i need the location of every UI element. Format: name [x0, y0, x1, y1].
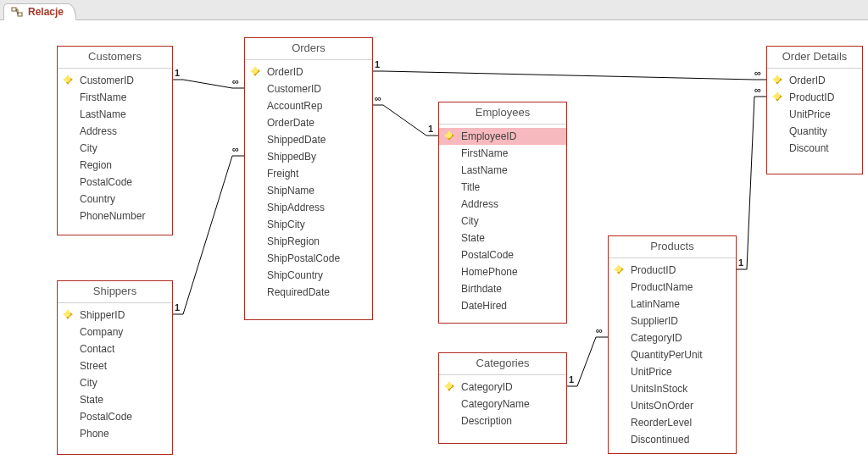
field[interactable]: ShipAddress [245, 199, 372, 216]
field[interactable]: Quantity [767, 123, 862, 140]
field[interactable]: ShipRegion [245, 233, 372, 250]
field[interactable]: Address [439, 196, 566, 213]
field[interactable]: UnitPrice [767, 106, 862, 123]
field[interactable]: Street [58, 357, 172, 374]
svg-rect-1 [18, 13, 22, 16]
field[interactable]: ShippedDate [245, 131, 372, 148]
field[interactable]: CategoryID [609, 329, 736, 346]
field[interactable]: PostalCode [58, 174, 172, 191]
relationships-icon [11, 6, 23, 18]
field[interactable]: AccountRep [245, 97, 372, 114]
tab-relationships[interactable]: Relacje [3, 3, 76, 20]
field[interactable]: PostalCode [439, 246, 566, 263]
field[interactable]: DateHired [439, 297, 566, 314]
field[interactable]: State [439, 230, 566, 246]
field-list: ProductIDProductNameLatinNameSupplierIDC… [609, 258, 736, 453]
field[interactable]: Title [439, 179, 566, 196]
field[interactable]: SupplierID [609, 313, 736, 329]
field-pk[interactable]: OrderID [245, 64, 372, 80]
field[interactable]: FirstName [58, 89, 172, 106]
field[interactable]: UnitsInStock [609, 380, 736, 397]
cardinality-label: 1 [175, 302, 180, 313]
field[interactable]: ReorderLevel [609, 414, 736, 431]
field[interactable]: Contact [58, 340, 172, 357]
field-pk[interactable]: CustomerID [58, 72, 172, 89]
field[interactable]: PostalCode [58, 408, 172, 425]
table-title: Customers [58, 47, 172, 69]
field[interactable]: UnitsOnOrder [609, 397, 736, 414]
field[interactable]: Description [439, 412, 566, 429]
field[interactable]: Company [58, 324, 172, 340]
tab-label: Relacje [28, 6, 64, 18]
field[interactable]: ShipPostalCode [245, 250, 372, 267]
table-title: Order Details [767, 47, 862, 69]
field[interactable]: ShippedBy [245, 148, 372, 165]
field[interactable]: LastName [58, 106, 172, 123]
field-list: OrderIDCustomerIDAccountRepOrderDateShip… [245, 60, 372, 306]
table-title: Orders [245, 38, 372, 60]
field-pk[interactable]: CategoryID [439, 379, 566, 396]
field[interactable]: State [58, 391, 172, 408]
cardinality-label: ∞ [232, 144, 239, 154]
field-list: CategoryIDCategoryNameDescription [439, 375, 566, 435]
field-list: EmployeeIDFirstNameLastNameTitleAddressC… [439, 125, 566, 319]
table-products[interactable]: ProductsProductIDProductNameLatinNameSup… [608, 235, 737, 454]
field[interactable]: LastName [439, 162, 566, 179]
cardinality-label: 1 [175, 68, 180, 78]
svg-rect-0 [12, 8, 16, 11]
field[interactable]: Birthdate [439, 280, 566, 297]
field[interactable]: Address [58, 123, 172, 140]
table-title: Products [609, 236, 736, 258]
cardinality-label: 1 [738, 257, 743, 268]
field[interactable]: Freight [245, 165, 372, 182]
field[interactable]: QuantityPerUnit [609, 346, 736, 363]
field[interactable]: ShipName [245, 182, 372, 199]
field[interactable]: ProductName [609, 279, 736, 296]
table-orderdetails[interactable]: Order DetailsOrderIDProductIDUnitPriceQu… [766, 46, 863, 174]
field[interactable]: Discontinued [609, 431, 736, 448]
field[interactable]: City [58, 140, 172, 157]
cardinality-label: ∞ [375, 93, 381, 103]
field[interactable]: HomePhone [439, 263, 566, 280]
field[interactable]: City [58, 374, 172, 391]
field[interactable]: ShipCountry [245, 267, 372, 284]
relationships-canvas[interactable]: CustomersCustomerIDFirstNameLastNameAddr… [0, 20, 868, 465]
cardinality-label: 1 [569, 374, 574, 385]
field-pk[interactable]: ShipperID [58, 307, 172, 324]
field[interactable]: CustomerID [245, 80, 372, 97]
table-customers[interactable]: CustomersCustomerIDFirstNameLastNameAddr… [57, 46, 173, 235]
field[interactable]: RequiredDate [245, 284, 372, 301]
table-title: Categories [439, 353, 566, 375]
table-shippers[interactable]: ShippersShipperIDCompanyContactStreetCit… [57, 280, 173, 455]
field[interactable]: City [439, 213, 566, 230]
cardinality-label: 1 [375, 59, 380, 69]
table-employees[interactable]: EmployeesEmployeeIDFirstNameLastNameTitl… [438, 102, 567, 324]
table-title: Employees [439, 102, 566, 125]
table-categories[interactable]: CategoriesCategoryIDCategoryNameDescript… [438, 352, 567, 444]
cardinality-label: ∞ [596, 325, 603, 335]
field[interactable]: CategoryName [439, 396, 566, 412]
table-title: Shippers [58, 281, 172, 303]
cardinality-label: ∞ [754, 68, 761, 78]
cardinality-label: ∞ [232, 76, 239, 86]
field-list: ShipperIDCompanyContactStreetCityStatePo… [58, 303, 172, 447]
field[interactable]: OrderDate [245, 114, 372, 131]
tab-strip: Relacje [0, 0, 868, 20]
field[interactable]: LatinName [609, 296, 736, 313]
cardinality-label: 1 [428, 124, 433, 134]
field-pk[interactable]: ProductID [767, 89, 862, 106]
field-list: CustomerIDFirstNameLastNameAddressCityRe… [58, 69, 172, 230]
field[interactable]: UnitPrice [609, 363, 736, 380]
field[interactable]: Region [58, 157, 172, 174]
table-orders[interactable]: OrdersOrderIDCustomerIDAccountRepOrderDa… [244, 37, 373, 320]
field[interactable]: ShipCity [245, 216, 372, 233]
field[interactable]: Discount [767, 140, 862, 157]
field-pk[interactable]: ProductID [609, 262, 736, 279]
cardinality-label: ∞ [754, 85, 761, 95]
field[interactable]: PhoneNumber [58, 208, 172, 224]
field[interactable]: FirstName [439, 145, 566, 162]
field[interactable]: Phone [58, 425, 172, 442]
field-pk[interactable]: OrderID [767, 72, 862, 89]
field[interactable]: Country [58, 191, 172, 208]
field-pk[interactable]: EmployeeID [439, 128, 566, 145]
